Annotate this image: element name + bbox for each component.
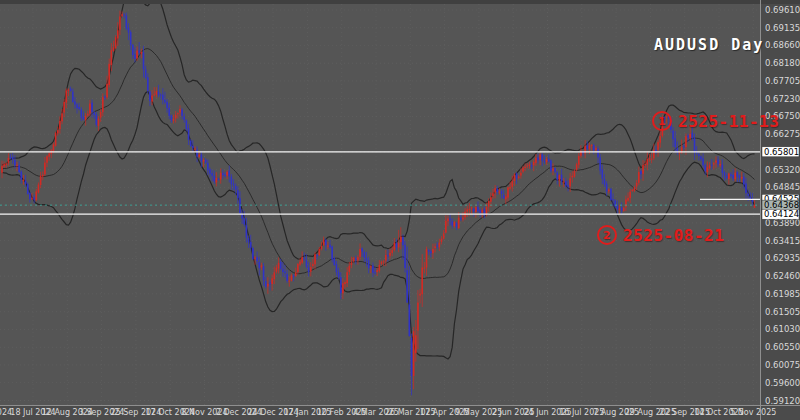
- date-axis[interactable]: [0, 405, 800, 420]
- chart-window: 0.696100.691350.686600.681800.677050.672…: [0, 0, 800, 420]
- price-chart-canvas[interactable]: 0.696100.691350.686600.681800.677050.672…: [0, 0, 800, 420]
- top-strip: [0, 0, 800, 4]
- price-axis[interactable]: [761, 0, 800, 405]
